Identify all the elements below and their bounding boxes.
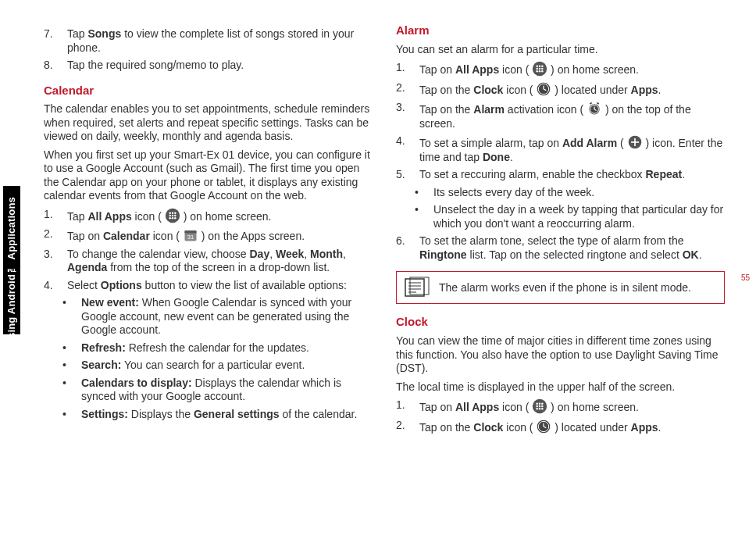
svg-point-19: [541, 68, 544, 70]
note-box: The alarm works even if the phone is in …: [396, 271, 725, 304]
svg-point-47: [539, 405, 541, 408]
svg-text:31: 31: [187, 234, 194, 241]
list-item: 1. Tap on All Apps icon ( ) on home scre…: [396, 61, 725, 77]
paragraph: The calendar enables you to set appointm…: [44, 102, 373, 144]
left-column: 7. Tap Songs to view the complete list o…: [44, 23, 373, 438]
list-item: •Its selects every day of the week.: [415, 186, 725, 200]
list-item: 4. Select Options button to view the lis…: [44, 279, 373, 293]
list-item: •Search: You can search for a particular…: [62, 359, 373, 373]
list-item: 2. Tap on Calendar icon ( 31 ) on the Ap…: [44, 227, 373, 244]
svg-line-31: [590, 103, 592, 105]
sidebar-tab: Using Android™ Applications: [3, 186, 20, 334]
svg-point-2: [172, 212, 174, 214]
clock-icon: [536, 419, 551, 434]
paragraph: The local time is displayed in the upper…: [396, 380, 725, 395]
svg-point-44: [539, 402, 541, 405]
list-item: •Unselect the day in a week by tapping t…: [415, 203, 725, 230]
list-item: 3. To change the calendar view, choose D…: [44, 248, 373, 275]
list-item: 2. Tap on the Clock icon ( ) located und…: [396, 419, 725, 435]
svg-point-15: [539, 66, 541, 68]
list-item: 2. Tap on the Clock icon ( ) located und…: [396, 81, 725, 98]
list-item: 3. Tap on the Alarm activation icon ( ) …: [396, 101, 725, 130]
svg-point-50: [539, 408, 541, 410]
svg-point-14: [537, 66, 539, 68]
page-number: 55: [741, 273, 750, 282]
svg-point-21: [539, 70, 541, 73]
note-icon: [405, 277, 430, 298]
alarm-icon: [587, 101, 602, 116]
svg-rect-36: [405, 279, 424, 296]
svg-point-49: [537, 408, 539, 410]
section-heading-alarm: Alarm: [396, 23, 725, 38]
sidebar-label: Using Android™ Applications: [5, 197, 17, 346]
svg-point-43: [537, 402, 539, 405]
list-item: •New event: When Google Calendar is sync…: [62, 296, 373, 337]
svg-point-51: [541, 408, 544, 410]
svg-point-3: [174, 212, 177, 214]
svg-point-6: [174, 215, 177, 217]
list-item: 7. Tap Songs to view the complete list o…: [44, 27, 373, 55]
paragraph: You can view the time of major cities in…: [396, 334, 725, 376]
svg-point-9: [174, 217, 177, 220]
apps-grid-icon: [165, 208, 180, 223]
svg-point-46: [537, 405, 539, 408]
list-item: •Calendars to display: Displays the cale…: [62, 377, 373, 404]
svg-point-17: [537, 68, 539, 70]
list-item: 6. To set the alarm tone, select the typ…: [396, 234, 725, 262]
calendar-icon: 31: [183, 227, 198, 243]
svg-point-20: [537, 70, 539, 73]
paragraph: When you first set up your Smart-Ex 01 d…: [44, 148, 373, 203]
svg-point-5: [172, 215, 174, 217]
svg-point-45: [541, 402, 544, 405]
clock-icon: [536, 81, 551, 97]
right-column: Alarm You can set an alarm for a particu…: [396, 23, 725, 438]
svg-rect-11: [184, 230, 196, 233]
svg-point-7: [169, 217, 171, 220]
list-item: •Refresh: Refresh the calendar for the u…: [62, 341, 373, 355]
paragraph: You can set an alarm for a particular ti…: [396, 43, 725, 57]
svg-point-1: [169, 212, 171, 214]
note-text: The alarm works even if the phone is in …: [439, 281, 716, 295]
apps-grid-icon: [532, 61, 547, 77]
page-content: 7. Tap Songs to view the complete list o…: [0, 0, 756, 462]
svg-point-22: [541, 70, 544, 73]
svg-point-18: [539, 68, 541, 70]
svg-point-16: [541, 66, 544, 68]
list-item: 4. To set a simple alarm, tap on Add Ala…: [396, 134, 725, 164]
section-heading-clock: Clock: [396, 315, 725, 330]
list-item: 1. Tap All Apps icon ( ) on home screen.: [44, 208, 373, 224]
list-item: 8. Tap the required song/memo to play.: [44, 59, 373, 73]
svg-point-8: [172, 217, 174, 220]
list-item: 5. To set a reccuring alarm, enable the …: [396, 168, 725, 182]
svg-point-48: [541, 405, 544, 408]
list-item: •Settings: Displays the General settings…: [62, 408, 373, 422]
svg-line-32: [597, 103, 599, 105]
list-item: 1. Tap on All Apps icon ( ) on home scre…: [396, 398, 725, 415]
plus-icon: [627, 134, 643, 150]
svg-point-4: [169, 215, 171, 217]
apps-grid-icon: [532, 398, 547, 414]
section-heading-calendar: Calendar: [44, 84, 373, 98]
